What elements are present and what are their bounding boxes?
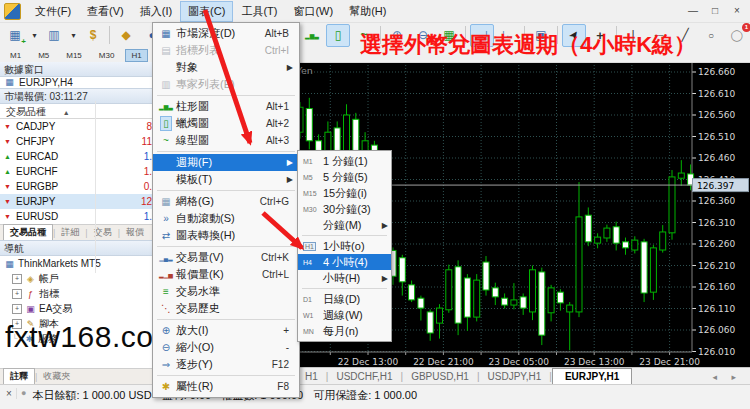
timeframe-button-m15[interactable]: M15	[60, 49, 88, 62]
navigator-tab-1[interactable]: 收藏夾	[37, 369, 76, 384]
profiles-dropdown-icon[interactable]: ▾	[68, 24, 79, 47]
period-item-1小時o[interactable]: H11小時(o)	[298, 238, 391, 254]
timeframe-button-h1[interactable]: H1	[125, 49, 147, 62]
period-item-30分鐘3[interactable]: M3030分鐘(3)	[298, 201, 391, 217]
menu-item-蠟燭圖[interactable]: ▯蠟燭圖Alt+2	[153, 115, 299, 132]
menu-item-模板T[interactable]: 模板(T)▶	[153, 171, 299, 188]
menu-幫助H[interactable]: 幫助(H)	[341, 1, 394, 22]
period-item-分鐘M[interactable]: 分鐘(M)▶	[298, 217, 391, 233]
bar-chart-button[interactable]: ▂▆▃	[300, 24, 324, 47]
tab-scroll-arrows[interactable]: ◂ ▸	[712, 372, 750, 382]
menu-item-icon-slot: ▥	[156, 78, 176, 91]
menu-item-label: 交易水準	[176, 284, 295, 299]
period-item-小時H[interactable]: 小時(H)▶	[298, 270, 391, 286]
navigator-tab-0[interactable]: 註釋	[3, 368, 35, 384]
data-window-item[interactable]: ▦ EURJPY,H4	[0, 77, 153, 88]
period-item-5分鐘5[interactable]: M55 分鐘(5)	[298, 169, 391, 185]
bid-price: 1.	[144, 166, 152, 177]
symbol-row-eurusd[interactable]: ▼EURUSD1.	[0, 209, 153, 224]
menu-item-交易量V[interactable]: ▁▄▂交易量(V)Ctrl+K	[153, 249, 299, 266]
market-watch-tab-0[interactable]: 交易品種	[3, 224, 53, 240]
chart-tab-h1[interactable]: H1	[297, 370, 326, 383]
symbol-row-eurcad[interactable]: ▲EURCAD1.	[0, 149, 153, 164]
menu-item-icon-slot: ⊖	[156, 341, 176, 354]
market-watch-tab-3[interactable]: 報價	[120, 225, 150, 240]
symbols-button[interactable]: $	[81, 24, 105, 47]
menu-文件F[interactable]: 文件(F)	[27, 1, 79, 22]
symbol-row-chfjpy[interactable]: ▼CHFJPY11	[0, 134, 153, 149]
menu-item-交易水準[interactable]: ≡交易水準	[153, 283, 299, 300]
chart-tab-eurjpy-h1[interactable]: EURJPY,H1	[552, 368, 632, 385]
period-prefix: M1	[301, 158, 323, 165]
symbol-row-eurchf[interactable]: ▲EURCHF1.	[0, 164, 153, 179]
menu-圖表C[interactable]: 圖表(C)	[180, 1, 233, 22]
menu-item-圖表轉換H[interactable]: ⇄圖表轉換(H)	[153, 227, 299, 244]
menu-item-放大I[interactable]: ⊕放大(I)+	[153, 322, 299, 339]
market-watch-column-header[interactable]: 交易品種 ▲	[0, 104, 153, 119]
menu-item-週期F[interactable]: 週期(F)▶	[153, 154, 299, 171]
navigator-root[interactable]: ▦ThinkMarkets MT5	[0, 256, 153, 271]
menu-item-自動滾動S[interactable]: »自動滾動(S)	[153, 210, 299, 227]
column-divider	[95, 101, 96, 273]
menu-item-icon-slot: ~	[156, 134, 176, 147]
svg-text:126.560: 126.560	[698, 110, 735, 120]
menu-item-柱形圖[interactable]: ▂▆▃柱形圖Alt+1	[153, 98, 299, 115]
svg-text:126.610: 126.610	[698, 89, 735, 99]
symbols-icon: $	[90, 28, 97, 42]
period-item-1分鐘1[interactable]: M11 分鐘(1)	[298, 153, 391, 169]
market-watch-tab-1[interactable]: 詳細	[55, 225, 85, 240]
close-button[interactable]: ×	[728, 4, 746, 18]
chart-tab-usdchf-h1[interactable]: USDCHF,H1	[328, 370, 400, 383]
period-item-15分鐘i[interactable]: M1515分鐘(i)	[298, 185, 391, 201]
symbol-row-eurgbp[interactable]: ▼EURGBP0.	[0, 179, 153, 194]
profiles-button[interactable]: ▥	[42, 24, 66, 47]
navigator-item-indicators[interactable]: +ƒ指標	[0, 286, 153, 301]
period-item-週線W[interactable]: W1週線(W)	[298, 307, 391, 323]
expand-icon[interactable]: +	[12, 304, 22, 314]
period-item-4小時4[interactable]: H44 小時(4)	[298, 254, 391, 270]
navigator-tabs: 註釋|收藏夾	[0, 368, 155, 384]
toolbox-close-icon[interactable]: ×	[2, 388, 17, 399]
menu-item-線型圖[interactable]: ~線型圖Alt+3	[153, 132, 299, 149]
menu-item-逐步Y[interactable]: ⇒逐步(Y)F12	[153, 356, 299, 373]
menu-item-交易歷史[interactable]: ⋱交易歷史	[153, 300, 299, 317]
menu-item-市場深度D[interactable]: ▦市場深度(D)Alt+B	[153, 25, 299, 42]
timeframe-button-m1[interactable]: M1	[4, 49, 27, 62]
menu-separator	[302, 288, 387, 289]
menu-shortcut: Ctrl+L	[262, 269, 295, 280]
symbol-row-cadjpy[interactable]: ▼CADJPY8	[0, 119, 153, 134]
left-panel: 數據窗口 ▦ EURJPY,H4 市場報價: 03:11:27 交易品種 ▲ ▼…	[0, 62, 154, 384]
menu-item-報價量K[interactable]: ▂▁▅報價量(K)Ctrl+L	[153, 266, 299, 283]
navigator-item-accounts[interactable]: +◈帳戶	[0, 271, 153, 286]
menu-item-對象[interactable]: 對象▶	[153, 59, 299, 76]
symbol-row-eurjpy[interactable]: ▼EURJPY12	[0, 194, 153, 209]
minimize-button[interactable]: —	[684, 4, 702, 18]
navigator-item-experts[interactable]: +▣EA交易	[0, 301, 153, 316]
shapes-button[interactable]: ◯1	[725, 24, 749, 47]
expand-icon[interactable]: +	[12, 289, 22, 299]
menu-查看V[interactable]: 查看(V)	[79, 1, 132, 22]
candlestick-button[interactable]: ▯	[326, 24, 350, 47]
new-chart-button[interactable]: ▦+	[3, 24, 27, 47]
market-watch-tab-2[interactable]: 交易	[88, 225, 118, 240]
period-item-每月n[interactable]: MN每月(n)	[298, 323, 391, 339]
menu-插入I[interactable]: 插入(I)	[132, 1, 180, 22]
new-chart-dropdown-icon[interactable]: ▾	[29, 24, 40, 47]
menu-item-縮小O[interactable]: ⊖縮小(O)-	[153, 339, 299, 356]
menu-item-屬性R[interactable]: ✱屬性(R)F8	[153, 378, 299, 395]
menu-item-網格G[interactable]: ▦網格(G)Ctrl+G	[153, 193, 299, 210]
magnifier-button[interactable]: ○	[699, 24, 723, 47]
menu-item-icon-slot: ⇒	[156, 358, 176, 371]
period-item-日線D[interactable]: D1日線(D)	[298, 291, 391, 307]
timeframe-button-m5[interactable]: M5	[32, 49, 55, 62]
chart-tab-usdjpy-h1[interactable]: USDJPY,H1	[480, 370, 550, 383]
restore-button[interactable]: □	[706, 4, 724, 18]
timeframe-button-m30[interactable]: M30	[93, 49, 121, 62]
menu-工具T[interactable]: 工具(T)	[233, 1, 285, 22]
menu-窗口W[interactable]: 窗口(W)	[285, 1, 341, 22]
deposit-button[interactable]: ◆	[114, 24, 138, 47]
expand-icon[interactable]: +	[12, 274, 22, 284]
period-prefix: M5	[301, 174, 323, 181]
svg-text:22 Dec 21:00: 22 Dec 21:00	[413, 357, 474, 367]
chart-tab-gbpusd-h1[interactable]: GBPUSD,H1	[403, 370, 477, 383]
